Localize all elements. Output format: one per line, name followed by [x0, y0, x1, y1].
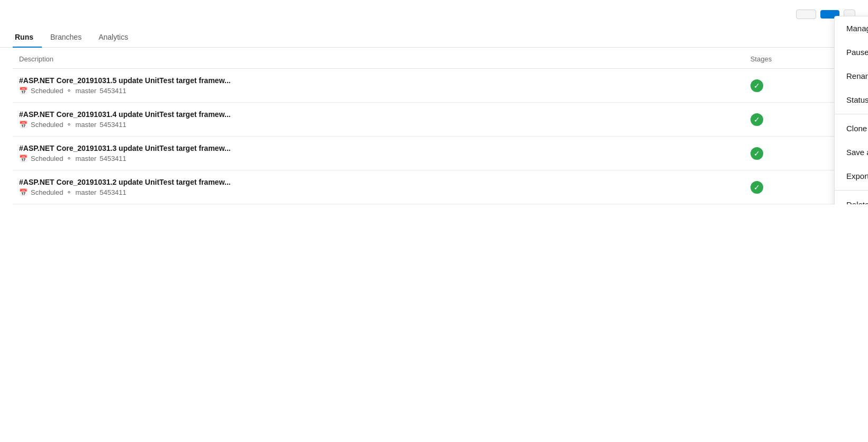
- menu-item-manage-security[interactable]: Manage security: [835, 16, 868, 40]
- menu-item-clone[interactable]: Clone: [835, 116, 868, 140]
- run-trigger: Scheduled: [31, 87, 63, 95]
- menu-item-status-badge[interactable]: Status badge: [835, 88, 868, 112]
- run-branch: master: [75, 188, 96, 196]
- status-success-icon: ✓: [751, 147, 763, 160]
- menu-item-rename-move[interactable]: Rename/move: [835, 64, 868, 88]
- edit-button[interactable]: [796, 10, 816, 19]
- run-name: #ASP.NET Core_20191031.3 update UnitTest…: [19, 144, 738, 152]
- table-row[interactable]: #ASP.NET Core_20191031.2 update UnitTest…: [13, 170, 855, 204]
- tab-analytics[interactable]: Analytics: [90, 28, 137, 48]
- calendar-icon: 📅: [19, 188, 28, 196]
- calendar-icon: 📅: [19, 87, 28, 95]
- run-name: #ASP.NET Core_20191031.4 update UnitTest…: [19, 110, 738, 119]
- run-name: #ASP.NET Core_20191031.2 update UnitTest…: [19, 178, 738, 186]
- run-branch: master: [75, 121, 96, 129]
- table-row[interactable]: #ASP.NET Core_20191031.5 update UnitTest…: [13, 69, 855, 103]
- menu-item-pause-pipeline[interactable]: Pause pipeline: [835, 40, 868, 64]
- status-success-icon: ✓: [751, 79, 763, 92]
- run-commit: 5453411: [100, 121, 126, 129]
- menu-item-export[interactable]: Export: [835, 164, 868, 188]
- branch-icon: ⚬: [66, 188, 72, 196]
- run-trigger: Scheduled: [31, 121, 63, 129]
- branch-icon: ⚬: [66, 121, 72, 129]
- calendar-icon: 📅: [19, 121, 28, 129]
- col-description: Description: [13, 48, 744, 69]
- runs-table: Description Stages #ASP.NET Core_2019103…: [13, 48, 855, 204]
- tab-bar: Runs Branches Analytics: [0, 28, 868, 48]
- run-commit: 5453411: [100, 188, 126, 196]
- branch-icon: ⚬: [66, 87, 72, 95]
- run-branch: master: [75, 155, 96, 163]
- calendar-icon: 📅: [19, 155, 28, 163]
- status-success-icon: ✓: [751, 113, 763, 126]
- tab-runs[interactable]: Runs: [13, 28, 42, 48]
- run-meta: 📅 Scheduled ⚬ master 5453411: [19, 121, 738, 129]
- context-menu: Manage securityPause pipelineRename/move…: [834, 16, 868, 204]
- menu-item-delete[interactable]: Delete: [835, 193, 868, 204]
- run-commit: 5453411: [100, 87, 126, 95]
- tab-branches[interactable]: Branches: [42, 28, 90, 48]
- status-success-icon: ✓: [751, 181, 763, 194]
- run-branch: master: [75, 87, 96, 95]
- run-commit: 5453411: [100, 155, 126, 163]
- table-row[interactable]: #ASP.NET Core_20191031.3 update UnitTest…: [13, 137, 855, 170]
- branch-icon: ⚬: [66, 155, 72, 163]
- run-name: #ASP.NET Core_20191031.5 update UnitTest…: [19, 76, 738, 85]
- run-meta: 📅 Scheduled ⚬ master 5453411: [19, 155, 738, 163]
- menu-item-save-as-template[interactable]: Save as a template: [835, 140, 868, 164]
- menu-divider: [835, 114, 868, 114]
- run-trigger: Scheduled: [31, 188, 63, 196]
- run-meta: 📅 Scheduled ⚬ master 5453411: [19, 87, 738, 95]
- table-row[interactable]: #ASP.NET Core_20191031.4 update UnitTest…: [13, 103, 855, 137]
- run-trigger: Scheduled: [31, 155, 63, 163]
- menu-divider: [835, 190, 868, 191]
- run-meta: 📅 Scheduled ⚬ master 5453411: [19, 188, 738, 196]
